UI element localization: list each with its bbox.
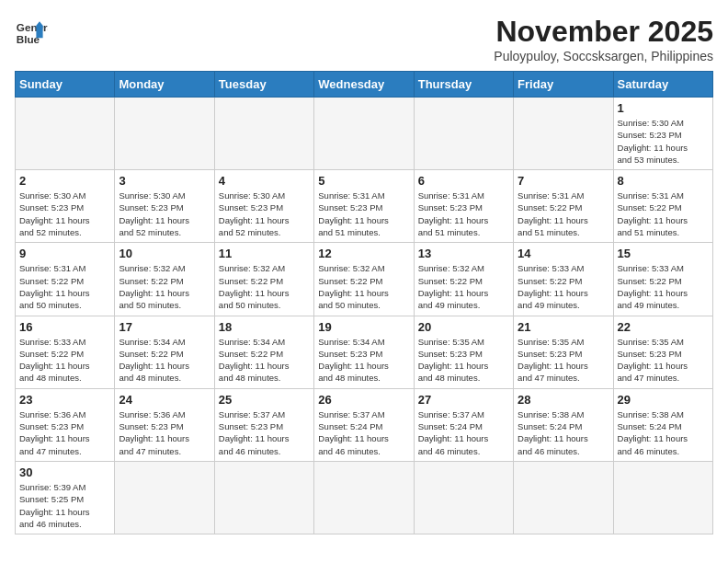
day-info: Sunrise: 5:38 AM Sunset: 5:24 PM Dayligh… [618,408,709,457]
calendar-cell: 5Sunrise: 5:31 AM Sunset: 5:23 PM Daylig… [314,170,414,243]
weekday-header-thursday: Thursday [414,72,513,98]
calendar-cell: 27Sunrise: 5:37 AM Sunset: 5:24 PM Dayli… [414,388,513,461]
calendar-cell: 20Sunrise: 5:35 AM Sunset: 5:23 PM Dayli… [414,316,513,388]
day-info: Sunrise: 5:39 AM Sunset: 5:25 PM Dayligh… [19,481,110,530]
calendar-cell [214,461,313,534]
day-number: 11 [219,247,310,260]
day-info: Sunrise: 5:32 AM Sunset: 5:22 PM Dayligh… [318,262,409,311]
day-number: 27 [418,393,509,407]
calendar-cell [115,461,214,534]
weekday-header-sunday: Sunday [16,72,115,98]
calendar-cell: 17Sunrise: 5:34 AM Sunset: 5:22 PM Dayli… [115,316,214,388]
header: General Blue November 2025 Puloypuloy, S… [15,15,713,63]
logo: General Blue [15,15,48,48]
day-info: Sunrise: 5:36 AM Sunset: 5:23 PM Dayligh… [19,408,110,457]
calendar-cell [214,98,313,170]
calendar-cell [514,98,613,170]
day-info: Sunrise: 5:31 AM Sunset: 5:23 PM Dayligh… [418,190,509,238]
day-info: Sunrise: 5:32 AM Sunset: 5:22 PM Dayligh… [119,262,210,311]
calendar-cell: 21Sunrise: 5:35 AM Sunset: 5:23 PM Dayli… [514,316,613,388]
weekday-header-tuesday: Tuesday [214,72,313,98]
calendar-cell: 18Sunrise: 5:34 AM Sunset: 5:22 PM Dayli… [214,316,313,388]
day-number: 13 [418,247,509,260]
weekday-header-saturday: Saturday [613,72,712,98]
location: Puloypuloy, Soccsksargen, Philippines [494,49,713,63]
day-number: 15 [618,247,709,260]
calendar-cell: 24Sunrise: 5:36 AM Sunset: 5:23 PM Dayli… [115,388,214,461]
calendar-cell: 9Sunrise: 5:31 AM Sunset: 5:22 PM Daylig… [16,243,115,316]
calendar-cell: 22Sunrise: 5:35 AM Sunset: 5:23 PM Dayli… [613,316,712,388]
calendar-cell: 28Sunrise: 5:38 AM Sunset: 5:24 PM Dayli… [514,388,613,461]
day-number: 2 [19,174,110,188]
calendar-cell: 10Sunrise: 5:32 AM Sunset: 5:22 PM Dayli… [115,243,214,316]
day-number: 10 [119,247,210,260]
day-number: 21 [518,320,609,334]
day-number: 20 [418,320,509,334]
day-info: Sunrise: 5:30 AM Sunset: 5:23 PM Dayligh… [219,190,310,238]
calendar-cell [514,461,613,534]
weekday-header-row: SundayMondayTuesdayWednesdayThursdayFrid… [16,72,713,98]
calendar-cell [115,98,214,170]
day-info: Sunrise: 5:33 AM Sunset: 5:22 PM Dayligh… [19,336,110,385]
calendar-cell [16,98,115,170]
day-number: 23 [19,393,110,407]
day-number: 8 [618,174,709,188]
calendar-cell [613,461,712,534]
day-number: 30 [19,465,110,479]
day-info: Sunrise: 5:37 AM Sunset: 5:24 PM Dayligh… [318,408,409,457]
day-number: 17 [119,320,210,334]
calendar-cell: 11Sunrise: 5:32 AM Sunset: 5:22 PM Dayli… [214,243,313,316]
day-info: Sunrise: 5:35 AM Sunset: 5:23 PM Dayligh… [418,336,509,385]
calendar-cell: 13Sunrise: 5:32 AM Sunset: 5:22 PM Dayli… [414,243,513,316]
calendar-cell: 14Sunrise: 5:33 AM Sunset: 5:22 PM Dayli… [514,243,613,316]
title-section: November 2025 Puloypuloy, Soccsksargen, … [494,15,713,63]
day-info: Sunrise: 5:37 AM Sunset: 5:23 PM Dayligh… [219,408,310,457]
day-number: 16 [19,320,110,334]
calendar-cell: 3Sunrise: 5:30 AM Sunset: 5:23 PM Daylig… [115,170,214,243]
weekday-header-monday: Monday [115,72,214,98]
calendar-cell: 19Sunrise: 5:34 AM Sunset: 5:23 PM Dayli… [314,316,414,388]
weekday-header-wednesday: Wednesday [314,72,414,98]
calendar-cell: 6Sunrise: 5:31 AM Sunset: 5:23 PM Daylig… [414,170,513,243]
day-number: 4 [219,174,310,188]
calendar: SundayMondayTuesdayWednesdayThursdayFrid… [15,71,713,534]
calendar-cell [314,461,414,534]
weekday-header-friday: Friday [514,72,613,98]
day-info: Sunrise: 5:38 AM Sunset: 5:24 PM Dayligh… [518,408,609,457]
day-info: Sunrise: 5:31 AM Sunset: 5:22 PM Dayligh… [518,190,609,238]
day-info: Sunrise: 5:32 AM Sunset: 5:22 PM Dayligh… [219,262,310,311]
day-info: Sunrise: 5:33 AM Sunset: 5:22 PM Dayligh… [518,262,609,311]
day-info: Sunrise: 5:35 AM Sunset: 5:23 PM Dayligh… [518,336,609,385]
day-number: 3 [119,174,210,188]
day-info: Sunrise: 5:34 AM Sunset: 5:22 PM Dayligh… [119,336,210,385]
week-row-4: 16Sunrise: 5:33 AM Sunset: 5:22 PM Dayli… [16,316,713,388]
logo-icon: General Blue [15,15,48,48]
calendar-cell [414,461,513,534]
day-number: 29 [618,393,709,407]
day-number: 7 [518,174,609,188]
day-number: 25 [219,393,310,407]
calendar-cell: 30Sunrise: 5:39 AM Sunset: 5:25 PM Dayli… [16,461,115,534]
day-info: Sunrise: 5:31 AM Sunset: 5:22 PM Dayligh… [618,190,709,238]
calendar-cell: 15Sunrise: 5:33 AM Sunset: 5:22 PM Dayli… [613,243,712,316]
day-number: 1 [618,101,709,115]
day-info: Sunrise: 5:34 AM Sunset: 5:23 PM Dayligh… [318,336,409,385]
day-info: Sunrise: 5:30 AM Sunset: 5:23 PM Dayligh… [19,190,110,238]
day-number: 18 [219,320,310,334]
day-info: Sunrise: 5:36 AM Sunset: 5:23 PM Dayligh… [119,408,210,457]
day-number: 6 [418,174,509,188]
day-info: Sunrise: 5:30 AM Sunset: 5:23 PM Dayligh… [119,190,210,238]
day-number: 12 [318,247,409,260]
day-info: Sunrise: 5:34 AM Sunset: 5:22 PM Dayligh… [219,336,310,385]
day-number: 22 [618,320,709,334]
week-row-6: 30Sunrise: 5:39 AM Sunset: 5:25 PM Dayli… [16,461,713,534]
calendar-cell: 16Sunrise: 5:33 AM Sunset: 5:22 PM Dayli… [16,316,115,388]
calendar-cell: 25Sunrise: 5:37 AM Sunset: 5:23 PM Dayli… [214,388,313,461]
calendar-cell: 26Sunrise: 5:37 AM Sunset: 5:24 PM Dayli… [314,388,414,461]
day-number: 14 [518,247,609,260]
calendar-cell: 4Sunrise: 5:30 AM Sunset: 5:23 PM Daylig… [214,170,313,243]
svg-text:General: General [17,21,48,33]
calendar-cell [414,98,513,170]
calendar-cell: 2Sunrise: 5:30 AM Sunset: 5:23 PM Daylig… [16,170,115,243]
week-row-5: 23Sunrise: 5:36 AM Sunset: 5:23 PM Dayli… [16,388,713,461]
